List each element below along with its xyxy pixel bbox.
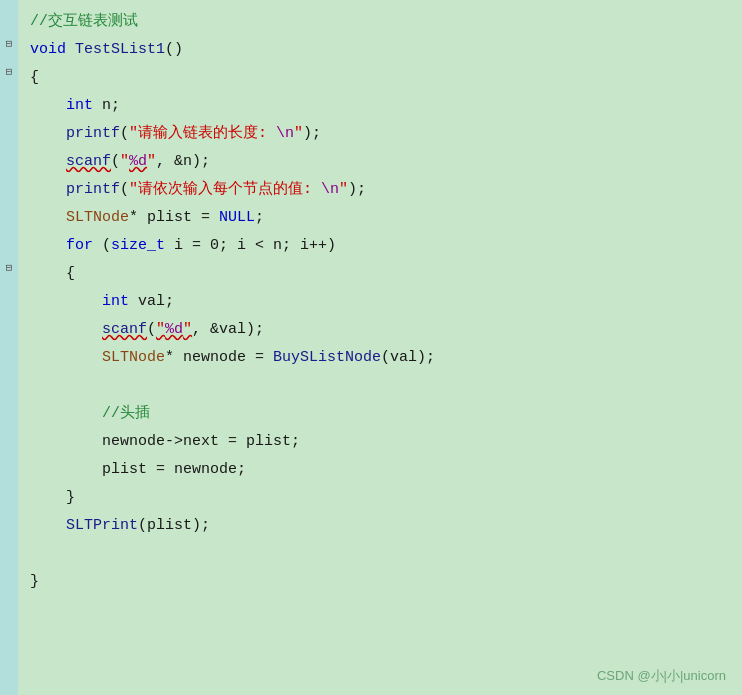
code-line-6: scanf("%d", &n); (0, 148, 742, 176)
printf-func-2: printf (66, 181, 120, 198)
buyslistnode-func: BuySListNode (273, 349, 381, 366)
scanf-func-2: scanf (102, 321, 147, 338)
line-content-5: printf("请输入链表的长度: \n"); (18, 121, 321, 147)
string-1: "请输入链表的长度: \n" (129, 125, 303, 142)
line-content-12: scanf("%d", &val); (18, 317, 264, 343)
sltnode-type: SLTNode (66, 209, 129, 226)
code-line-9: for (size_t i = 0; i < n; i++) (0, 232, 742, 260)
code-line-1: //交互链表测试 (0, 8, 742, 36)
line-content-18: } (18, 485, 75, 511)
keyword-int-2: int (102, 293, 129, 310)
line-content-3: { (18, 65, 39, 91)
line-content-17: plist = newnode; (18, 457, 246, 483)
line-content-11: int val; (18, 289, 174, 315)
code-editor: //交互链表测试 ⊟ void TestSList1() ⊟ { int n; … (0, 0, 742, 695)
for-keyword: for (66, 237, 93, 254)
line-content-4: int n; (18, 93, 120, 119)
line-content-15: //头插 (18, 401, 150, 427)
line-content-6: scanf("%d", &n); (18, 149, 210, 175)
code-line-7: printf("请依次输入每个节点的值: \n"); (0, 176, 742, 204)
code-line-5: printf("请输入链表的长度: \n"); (0, 120, 742, 148)
code-line-12: scanf("%d", &val); (0, 316, 742, 344)
code-line-10: ⊟ { (0, 260, 742, 288)
fold-marker-10[interactable]: ⊟ (6, 261, 13, 274)
code-line-11: int val; (0, 288, 742, 316)
code-line-15: //头插 (0, 400, 742, 428)
gutter-2: ⊟ (0, 37, 18, 50)
keyword-void: void (30, 41, 66, 58)
null-keyword: NULL (219, 209, 255, 226)
sltnode-type-2: SLTNode (102, 349, 165, 366)
comment-text: //交互链表测试 (30, 13, 138, 30)
line-content-7: printf("请依次输入每个节点的值: \n"); (18, 177, 366, 203)
sltprint-func: SLTPrint (66, 517, 138, 534)
line-content-8: SLTNode* plist = NULL; (18, 205, 264, 231)
line-content-2: void TestSList1() (18, 37, 183, 63)
code-line-14 (0, 372, 742, 400)
code-line-4: int n; (0, 92, 742, 120)
line-content-21: } (18, 569, 39, 595)
code-line-2: ⊟ void TestSList1() (0, 36, 742, 64)
code-line-18: } (0, 484, 742, 512)
code-line-20 (0, 540, 742, 568)
line-content-10: { (18, 261, 75, 287)
code-line-17: plist = newnode; (0, 456, 742, 484)
fold-marker-3[interactable]: ⊟ (6, 65, 13, 78)
line-content-9: for (size_t i = 0; i < n; i++) (18, 233, 336, 259)
code-line-16: newnode->next = plist; (0, 428, 742, 456)
size-t-type: size_t (111, 237, 165, 254)
watermark: CSDN @小|小|unicorn (597, 667, 726, 685)
line-content-14 (18, 373, 39, 399)
gutter-3: ⊟ (0, 65, 18, 78)
comment-head-insert: //头插 (102, 405, 150, 422)
string-2: "%d" (120, 153, 156, 170)
code-line-21: } (0, 568, 742, 596)
scanf-func: scanf (66, 153, 111, 170)
code-line-8: SLTNode* plist = NULL; (0, 204, 742, 232)
line-content-16: newnode->next = plist; (18, 429, 300, 455)
line-content-19: SLTPrint(plist); (18, 513, 210, 539)
line-content-20 (18, 541, 39, 567)
keyword-int: int (66, 97, 93, 114)
code-line-19: SLTPrint(plist); (0, 512, 742, 540)
printf-func: printf (66, 125, 120, 142)
space (66, 41, 75, 58)
line-content-1: //交互链表测试 (18, 9, 138, 35)
fold-marker-2[interactable]: ⊟ (6, 37, 13, 50)
code-line-3: ⊟ { (0, 64, 742, 92)
parens: () (165, 41, 183, 58)
code-line-13: SLTNode* newnode = BuySListNode(val); (0, 344, 742, 372)
string-3: "请依次输入每个节点的值: \n" (129, 181, 348, 198)
gutter-10: ⊟ (0, 261, 18, 274)
line-content-13: SLTNode* newnode = BuySListNode(val); (18, 345, 435, 371)
func-name: TestSList1 (75, 41, 165, 58)
string-4: "%d" (156, 321, 192, 338)
